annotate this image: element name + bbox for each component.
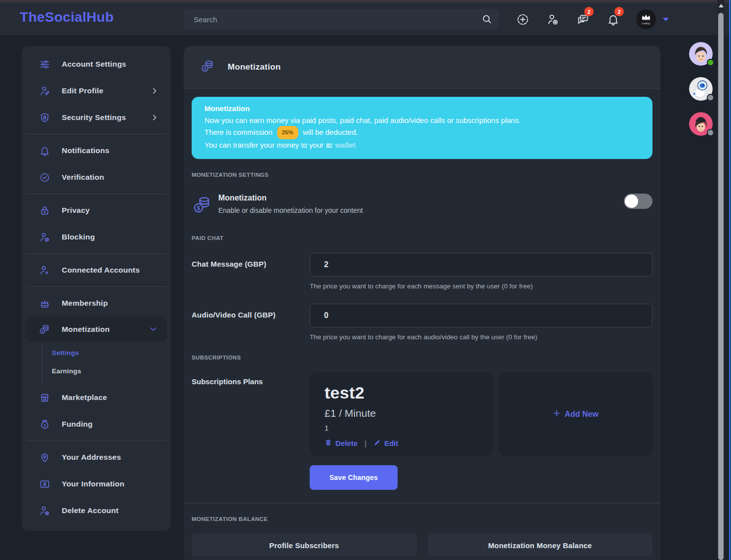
divider: [26, 134, 166, 134]
svg-text:$: $: [204, 66, 206, 71]
add-plan-card[interactable]: Add New: [499, 372, 652, 456]
sidebar-item-your-addresses[interactable]: Your Addresses: [22, 444, 171, 471]
search-input[interactable]: [184, 9, 499, 30]
audio-video-help: The price you want to charge for each au…: [310, 333, 652, 341]
sidebar-item-label: Edit Profile: [62, 86, 103, 95]
shield-lock-icon: [39, 112, 50, 123]
sidebar-item-blocking[interactable]: Blocking: [22, 224, 171, 250]
sidebar-item-label: Membership: [62, 299, 108, 308]
money-bag-icon: $: [39, 418, 50, 430]
add-plan-label: Add New: [565, 410, 598, 419]
section-subscriptions: SUBSCRIPTIONS: [192, 355, 652, 360]
chat-message-input[interactable]: [310, 253, 652, 277]
chat-message-help: The price you want to charge for each me…: [310, 282, 652, 290]
subscription-plan-card: test2 £1 / Minute 1 Delete | Edit: [310, 372, 493, 456]
plan-name: test2: [325, 383, 478, 402]
page-title: Monetization: [228, 62, 281, 72]
profile-menu-caret-icon[interactable]: [663, 18, 669, 21]
contact-avatar[interactable]: [689, 77, 713, 101]
toggle-description: Enable or disable monetization for your …: [218, 206, 363, 214]
sidebar-item-connected-accounts[interactable]: Connected Accounts: [22, 257, 171, 283]
scroll-up-arrow-icon[interactable]: [719, 4, 724, 7]
monetization-money-balance-button[interactable]: Monetization Money Balance: [428, 534, 653, 557]
sidebar-item-label: Privacy: [62, 206, 90, 215]
map-pin-icon: [39, 451, 50, 463]
sidebar-item-notifications[interactable]: Notifications: [22, 137, 171, 164]
divider: [26, 253, 166, 254]
svg-text:$: $: [43, 423, 45, 427]
monetization-toggle-row: $ Monetization Enable or disable monetiz…: [192, 194, 652, 217]
delete-plan-label: Delete: [335, 439, 358, 447]
notifications-badge: 2: [614, 7, 624, 16]
navbar-actions: 2 2 Luckyy: [513, 9, 669, 30]
balance-buttons-row: Profile Subscribers Monetization Money B…: [192, 534, 652, 557]
section-paid-chat: PAID CHAT: [192, 235, 652, 241]
save-changes-button[interactable]: Save Changes: [310, 465, 398, 490]
sidebar-item-account-settings[interactable]: Account Settings: [22, 51, 171, 78]
profile-subscribers-button[interactable]: Profile Subscribers: [192, 534, 417, 557]
wallet-link-label: wallet: [335, 141, 356, 149]
sidebar-subitem-earnings[interactable]: Earnings: [52, 362, 171, 380]
messages-button[interactable]: 2: [573, 9, 593, 30]
audio-video-call-input[interactable]: [310, 304, 652, 327]
user-pen-icon: [39, 85, 50, 97]
bell-icon: [39, 145, 50, 157]
badge-check-icon: [39, 171, 50, 183]
lock-icon: [39, 204, 50, 216]
sidebar-item-funding[interactable]: $ Funding: [22, 411, 171, 438]
offline-status-dot: [707, 94, 714, 101]
offline-status-dot: [707, 129, 714, 136]
sidebar-item-label: Blocking: [62, 233, 95, 241]
add-friend-button[interactable]: [543, 9, 563, 30]
commission-badge: 25%: [277, 126, 298, 139]
scrollbar-track[interactable]: [717, 0, 725, 560]
coins-icon: $: [200, 59, 215, 76]
sidebar-subitem-label: Earnings: [52, 367, 81, 375]
chevron-right-icon: [151, 114, 158, 121]
create-post-button[interactable]: [513, 9, 532, 30]
monetization-toggle[interactable]: [624, 194, 652, 209]
scrollbar-thumb[interactable]: [718, 13, 724, 560]
sidebar-item-privacy[interactable]: Privacy: [22, 197, 171, 224]
divider: [184, 503, 660, 503]
delete-plan-button[interactable]: Delete: [325, 439, 358, 448]
sidebar-item-marketplace[interactable]: Marketplace: [22, 384, 171, 411]
divider: [26, 194, 166, 194]
sidebar-item-label: Notifications: [62, 146, 109, 155]
divider: [26, 286, 166, 287]
sidebar-item-monetization[interactable]: $ Monetization: [26, 317, 167, 342]
subscription-plans-row: Subscriptions Plans test2 £1 / Minute 1 …: [192, 372, 652, 456]
sidebar-item-edit-profile[interactable]: Edit Profile: [22, 78, 171, 104]
sidebar-item-your-information[interactable]: Your Information: [22, 471, 171, 497]
banner-line-1: Now you can earn money via paid posts, p…: [204, 115, 640, 126]
contact-avatar[interactable]: [689, 112, 713, 136]
sidebar-item-label: Verification: [62, 173, 104, 182]
contact-avatar[interactable]: [689, 42, 713, 66]
window-edge: [729, 0, 731, 560]
section-monetization-balance: MONETIZATION BALANCE: [192, 516, 652, 522]
sidebar-item-delete-account[interactable]: Delete Account: [22, 497, 171, 524]
sidebar-subitem-settings[interactable]: Settings: [52, 344, 171, 362]
sidebar-item-verification[interactable]: Verification: [22, 164, 171, 191]
banner-line-2-prefix: There is commission: [204, 128, 273, 136]
sidebar-item-membership[interactable]: Membership: [22, 290, 171, 317]
chat-message-label: Chat Message (GBP): [192, 253, 310, 299]
monetization-info-banner: Monetization Now you can earn money via …: [192, 97, 652, 159]
id-card-icon: [39, 478, 50, 490]
edit-plan-label: Edit: [384, 439, 398, 447]
notifications-button[interactable]: 2: [603, 9, 623, 30]
search-icon[interactable]: [481, 13, 492, 27]
banner-line-2-suffix: will be deducted.: [303, 128, 358, 136]
banner-title: Monetization: [204, 104, 640, 113]
toggle-knob: [625, 195, 638, 208]
user-avatar[interactable]: Luckyy: [636, 9, 656, 29]
edit-plan-button[interactable]: Edit: [373, 439, 398, 448]
wallet-link[interactable]: wallet: [325, 141, 356, 149]
panel-header: $ Monetization: [184, 46, 660, 89]
chevron-right-icon: [151, 87, 158, 94]
coins-icon: $: [39, 323, 50, 335]
sidebar-item-label: Your Information: [62, 480, 124, 488]
sidebar-item-security-settings[interactable]: Security Settings: [22, 104, 171, 131]
crown-avatar-icon: [641, 14, 651, 22]
brand-logo[interactable]: TheSocialHub: [20, 9, 114, 25]
